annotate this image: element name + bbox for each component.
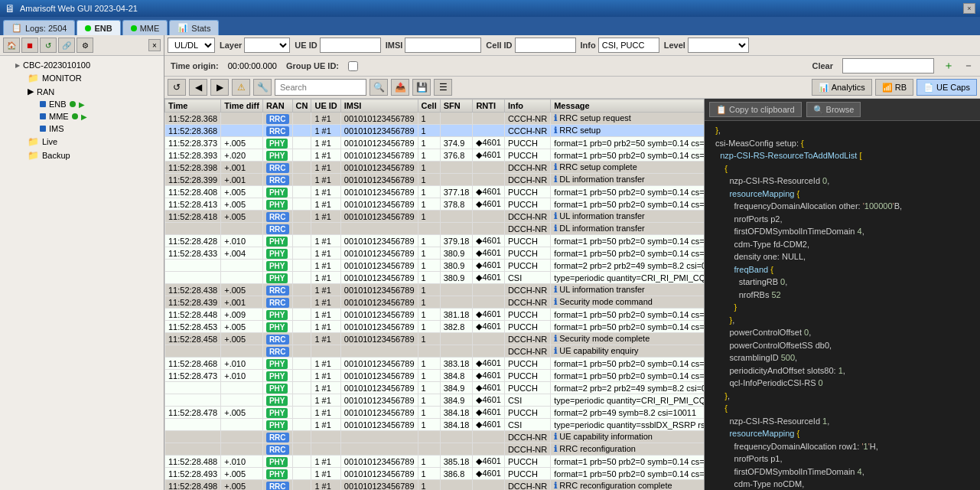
cell-info: DCCH-NR <box>504 333 550 345</box>
cell-imsi: 001010123456789 <box>340 419 418 431</box>
copy-clipboard-btn[interactable]: 📋 Copy to clipboard <box>709 102 802 117</box>
refresh-log-btn[interactable]: ↺ <box>168 79 186 96</box>
stop-btn[interactable]: ⏹ <box>21 38 38 53</box>
table-row[interactable]: PHY 1 #1 001010123456789 1 384.9 ◆4601 P… <box>165 382 705 394</box>
code-panel[interactable]: }, csi-MeasConfig setup: { nzp-CSI-RS-Re… <box>705 121 980 490</box>
col-rnti[interactable]: RNTI <box>473 100 504 113</box>
table-row[interactable]: 11:52:28.418 +.005 RRC 1 #1 001010123456… <box>165 211 705 223</box>
cell-info: DCCH-NR <box>504 174 550 186</box>
table-row[interactable]: 11:52:28.498 +.005 RRC 1 #1 001010123456… <box>165 480 705 491</box>
cell-id-input[interactable] <box>515 38 576 53</box>
layer-select[interactable] <box>244 38 290 53</box>
table-row[interactable]: 11:52:28.453 +.005 PHY 1 #1 001010123456… <box>165 321 705 333</box>
tab-stats[interactable]: 📊 Stats <box>169 20 219 35</box>
col-sfn[interactable]: SFN <box>440 100 473 113</box>
cell-cn <box>292 113 311 125</box>
table-row[interactable]: RRC DCCH-NR ℹ RRC reconfiguration <box>165 443 705 456</box>
cell-cn <box>292 162 311 174</box>
table-row[interactable]: 11:52:28.433 +.004 PHY 1 #1 001010123456… <box>165 247 705 260</box>
table-row[interactable]: 11:52:28.488 +.010 PHY 1 #1 001010123456… <box>165 456 705 468</box>
table-row[interactable]: PHY 1 #1 001010123456789 1 380.9 ◆4601 P… <box>165 260 705 272</box>
folder-icon-ran: ▶ <box>28 87 34 96</box>
table-row[interactable]: 11:52:28.408 +.005 PHY 1 #1 001010123456… <box>165 186 705 198</box>
col-imsi[interactable]: IMSI <box>340 100 418 113</box>
tree-item-mme[interactable]: MME ▶ <box>3 110 161 122</box>
col-cn[interactable]: CN <box>292 100 311 113</box>
tree-item-monitor[interactable]: 📁 MONITOR <box>3 71 161 85</box>
tree-item-ran[interactable]: ▶ RAN <box>3 85 161 98</box>
col-message[interactable]: Message <box>551 100 704 113</box>
table-row[interactable]: 11:52:28.393 +.020 PHY 1 #1 001010123456… <box>165 149 705 162</box>
ue-id-input[interactable] <box>320 38 381 53</box>
table-row[interactable]: 11:52:28.468 +.010 PHY 1 #1 001010123456… <box>165 358 705 370</box>
add-button[interactable]: ＋ <box>943 59 954 73</box>
back-btn[interactable]: ◀ <box>189 79 207 96</box>
left-close-btn[interactable]: × <box>148 39 161 51</box>
cell-cn <box>292 431 311 443</box>
level-select[interactable] <box>688 38 749 53</box>
tree-item-enb[interactable]: ENB ▶ <box>3 98 161 110</box>
connect-btn[interactable]: 🔗 <box>58 38 75 53</box>
title-close-btn[interactable]: × <box>963 3 975 14</box>
col-cell[interactable]: Cell <box>418 100 440 113</box>
tree-root[interactable]: ▶ CBC-2023010100 <box>3 59 161 71</box>
table-row[interactable]: 11:52:28.439 +.001 RRC 1 #1 001010123456… <box>165 296 705 309</box>
tree-item-backup[interactable]: 📁 Backup <box>3 149 161 162</box>
tree-item-live[interactable]: 📁 Live <box>3 135 161 149</box>
ue-id-label: UE ID <box>295 41 317 50</box>
ul-dl-select[interactable]: UL/DL UL DL <box>168 38 215 53</box>
export-btn[interactable]: 📤 <box>391 79 409 96</box>
imsi-input[interactable] <box>405 38 481 53</box>
col-ueid[interactable]: UE ID <box>311 100 340 113</box>
table-row[interactable]: PHY 1 #1 001010123456789 1 380.9 ◆4601 C… <box>165 272 705 284</box>
cell-ran: PHY <box>262 235 292 247</box>
col-timediff[interactable]: Time diff <box>221 100 263 113</box>
browse-btn[interactable]: 🔍 Browse <box>806 102 861 117</box>
rb-btn[interactable]: 📶 RB <box>875 79 913 96</box>
minus-button[interactable]: － <box>963 59 974 73</box>
search-input[interactable] <box>275 79 366 96</box>
table-row[interactable]: 11:52:28.493 +.005 PHY 1 #1 001010123456… <box>165 468 705 480</box>
filter-btn[interactable]: 🔧 <box>253 79 272 96</box>
save-btn[interactable]: 💾 <box>412 79 431 96</box>
group-ue-checkbox[interactable] <box>348 61 358 71</box>
col-ran[interactable]: RAN <box>262 100 292 113</box>
table-row[interactable]: RRC DCCH-NR ℹ UE capability enquiry <box>165 345 705 358</box>
table-row[interactable]: 11:52:28.478 +.005 PHY 1 #1 001010123456… <box>165 407 705 419</box>
table-row[interactable]: 11:52:28.428 +.010 PHY 1 #1 001010123456… <box>165 235 705 247</box>
table-row[interactable]: 11:52:28.399 +.001 RRC 1 #1 001010123456… <box>165 174 705 186</box>
table-row[interactable]: 11:52:28.373 +.005 PHY 1 #1 001010123456… <box>165 137 705 149</box>
cell-timediff: +.005 <box>221 186 263 198</box>
forward-btn[interactable]: ▶ <box>210 79 229 96</box>
table-row[interactable]: RRC DCCH-NR ℹ DL information transfer <box>165 223 705 235</box>
table-row[interactable]: PHY 1 #1 001010123456789 1 384.18 ◆4601 … <box>165 419 705 431</box>
clear-input[interactable] <box>842 58 934 74</box>
analytics-btn[interactable]: 📊 Analytics <box>812 79 872 96</box>
tab-enb[interactable]: ENB <box>77 20 120 35</box>
settings-btn[interactable]: ⚙ <box>77 38 93 53</box>
table-row[interactable]: 11:52:28.368 RRC 1 #1 001010123456789 1 … <box>165 113 705 125</box>
log-table-wrapper[interactable]: Time Time diff RAN CN UE ID IMSI Cell SF… <box>164 99 704 490</box>
table-row[interactable]: RRC DCCH-NR ℹ UE capability information <box>165 431 705 443</box>
table-row[interactable]: 11:52:28.473 +.010 PHY 1 #1 001010123456… <box>165 370 705 382</box>
table-row[interactable]: PHY 1 #1 001010123456789 1 384.9 ◆4601 C… <box>165 394 705 407</box>
table-row[interactable]: 11:52:28.413 +.005 PHY 1 #1 001010123456… <box>165 198 705 211</box>
info-input[interactable] <box>598 38 659 53</box>
cell-imsi: 001010123456789 <box>340 174 418 186</box>
tree-item-ims[interactable]: IMS <box>3 122 161 135</box>
ue-caps-btn[interactable]: 📄 UE Caps <box>917 79 977 96</box>
table-row[interactable]: 11:52:28.438 +.005 RRC 1 #1 001010123456… <box>165 284 705 296</box>
table-row[interactable]: 11:52:28.398 +.001 RRC 1 #1 001010123456… <box>165 162 705 174</box>
refresh-btn[interactable]: ↺ <box>40 38 57 53</box>
table-row[interactable]: 11:52:28.458 +.005 RRC 1 #1 001010123456… <box>165 333 705 345</box>
table-row[interactable]: 11:52:28.368 RRC 1 #1 001010123456789 1 … <box>165 125 705 137</box>
tab-mme[interactable]: MME <box>122 20 168 35</box>
list-btn[interactable]: ☰ <box>434 79 452 96</box>
nav-home-btn[interactable]: 🏠 <box>3 38 20 53</box>
col-time[interactable]: Time <box>165 100 221 113</box>
col-info[interactable]: Info <box>504 100 550 113</box>
tab-logs[interactable]: 📋 Logs: 2504 <box>3 20 75 35</box>
warning-btn[interactable]: ⚠ <box>232 79 250 96</box>
table-row[interactable]: 11:52:28.448 +.009 PHY 1 #1 001010123456… <box>165 309 705 321</box>
search-icon-btn[interactable]: 🔍 <box>370 79 388 96</box>
